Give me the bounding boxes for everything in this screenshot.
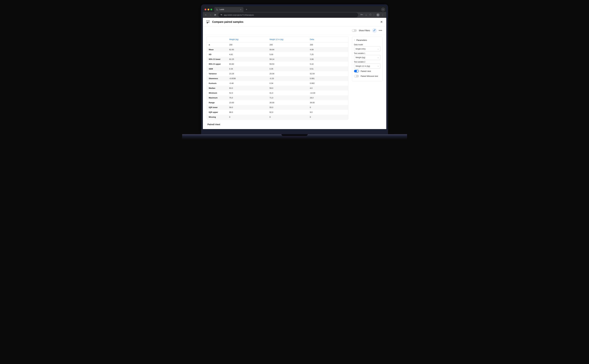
row-label: IQR upper xyxy=(207,110,227,115)
row-label: SEM xyxy=(207,66,227,71)
cell-value: 62.93 xyxy=(227,47,268,52)
page-header: Compare paired samples ✕ xyxy=(203,18,386,26)
cell-value: 66.0 xyxy=(227,110,268,115)
extensions-icon[interactable] xyxy=(369,13,372,16)
cell-value: 63.60 xyxy=(227,62,268,66)
cell-value: 59.53 xyxy=(268,62,308,66)
chevron-down-icon: ⌄ xyxy=(378,65,379,67)
cell-value: 5.00 xyxy=(268,52,308,57)
bookmark-icon[interactable]: ☆ xyxy=(365,13,367,16)
cell-value: 52.54 xyxy=(308,71,348,76)
table-row: IQR upper66.062.09.0 xyxy=(207,110,348,115)
cell-value: 26.0 xyxy=(308,95,348,100)
wilcoxon-toggle[interactable] xyxy=(354,75,359,77)
table-row: n200200200 xyxy=(207,42,348,47)
content-area: Weight (kg) Weight 12 m (kg) Delta n2002… xyxy=(203,35,386,129)
row-label: Minimum xyxy=(207,91,227,95)
row-label: Variance xyxy=(207,71,227,76)
cell-value: 0.082 xyxy=(308,81,348,86)
cell-value: 63.0 xyxy=(227,86,268,91)
svg-point-12 xyxy=(208,21,209,21)
laptop-bezel xyxy=(203,129,386,134)
cell-value: 25.04 xyxy=(268,71,308,76)
profile-avatar[interactable]: A xyxy=(376,13,380,17)
reload-button[interactable]: ⟳ xyxy=(214,13,217,16)
test-var2-value: Weight 12 m (kg) xyxy=(356,65,370,67)
new-tab-button[interactable]: + xyxy=(245,7,249,12)
column-header-weight[interactable]: Weight (kg) xyxy=(227,37,268,42)
table-row: Range23.0030.0039.00 xyxy=(207,100,348,105)
browser-tab-active[interactable]: Ledidi × xyxy=(214,7,243,12)
cell-value: 41.0 xyxy=(268,91,308,95)
cell-value: 55.0 xyxy=(268,105,308,110)
window-minimize-button[interactable] xyxy=(208,9,209,10)
window-controls xyxy=(205,9,212,10)
data-model-select[interactable]: Single entry ⌄ xyxy=(354,46,380,51)
row-label: Range xyxy=(207,100,227,105)
test-var1-select[interactable]: Weight (kg) ⌄ xyxy=(354,55,380,60)
svg-point-1 xyxy=(217,10,218,10)
cell-value: 4.82 xyxy=(227,52,268,57)
site-settings-icon[interactable] xyxy=(220,14,223,16)
test-var2-label: Test variable 2 xyxy=(354,61,380,63)
row-label: Skewness xyxy=(207,76,227,81)
laptop-base xyxy=(182,134,407,139)
test-var2-select[interactable]: Weight 12 m (kg) ⌄ xyxy=(354,64,380,69)
edit-button[interactable] xyxy=(372,28,377,33)
show-filters-label: Show Filters xyxy=(359,29,370,32)
more-menu-button[interactable]: ••• xyxy=(379,29,382,32)
svg-point-11 xyxy=(207,21,207,21)
back-button[interactable]: ← xyxy=(204,13,208,16)
cell-value: -0.0038 xyxy=(227,76,268,81)
table-row: 95% CI lower62.2558.143.08 xyxy=(207,57,348,62)
cell-value: 0 xyxy=(227,115,268,119)
password-icon[interactable] xyxy=(360,13,363,16)
table-row: IQR lower59.055.00 xyxy=(207,105,348,110)
cell-value: 5.10 xyxy=(308,62,348,66)
table-row: SEM0.340.350.51 xyxy=(207,66,348,71)
table-row: Mean62.9358.844.09 xyxy=(207,47,348,52)
row-label: Maximum xyxy=(207,95,227,100)
cell-value: 0.081 xyxy=(308,76,348,81)
cell-value: 200 xyxy=(308,42,348,47)
data-model-value: Single entry xyxy=(356,48,366,50)
svg-rect-2 xyxy=(216,10,217,10)
cell-value: 62.25 xyxy=(227,57,268,62)
cell-value: 52.0 xyxy=(227,91,268,95)
browser-menu-button[interactable]: ⋮ xyxy=(382,13,384,16)
table-row: Median63.059.04.0 xyxy=(207,86,348,91)
tab-close-button[interactable]: × xyxy=(240,8,241,11)
forward-button[interactable]: → xyxy=(209,13,212,16)
cell-value: 59.0 xyxy=(268,86,308,91)
cell-value: 200 xyxy=(268,42,308,47)
cell-value: 200 xyxy=(227,42,268,47)
tab-list-button[interactable] xyxy=(381,7,385,12)
address-bar[interactable]: app.ledidi.no/projects/7134/analysis xyxy=(218,13,358,17)
parameters-panel-toggle[interactable]: ⌄ Parameters xyxy=(354,39,380,43)
show-filters-toggle[interactable] xyxy=(352,29,357,32)
row-label: Median xyxy=(207,86,227,91)
paired-ttest-heading: Paired t-test xyxy=(207,120,348,126)
test-var1-label: Test variable 1 xyxy=(354,52,380,54)
row-label: n xyxy=(207,42,227,47)
svg-rect-14 xyxy=(208,22,209,23)
svg-point-0 xyxy=(216,9,217,9)
chevron-down-icon: ⌄ xyxy=(378,48,379,50)
pencil-icon xyxy=(373,29,376,32)
cell-value: -0.20 xyxy=(268,76,308,81)
cell-value: 58.14 xyxy=(268,57,308,62)
cell-value: 75.0 xyxy=(227,95,268,100)
close-button[interactable]: ✕ xyxy=(380,20,383,24)
cell-value: 0.34 xyxy=(227,66,268,71)
cell-value: 7.25 xyxy=(308,52,348,57)
window-close-button[interactable] xyxy=(205,9,206,10)
paired-ttest-toggle[interactable] xyxy=(354,70,359,72)
cell-value: 0 xyxy=(308,115,348,119)
browser-tab-strip: Ledidi × + xyxy=(203,6,386,12)
row-label: Kurtosis xyxy=(207,81,227,86)
window-maximize-button[interactable] xyxy=(210,9,212,10)
column-header-delta[interactable]: Delta xyxy=(308,37,348,42)
column-header-weight12m[interactable]: Weight 12 m (kg) xyxy=(268,37,308,42)
cell-value: 23.26 xyxy=(227,71,268,76)
browser-toolbar: ← → ⟳ app.ledidi.no/projects/7134/analys… xyxy=(203,12,386,18)
